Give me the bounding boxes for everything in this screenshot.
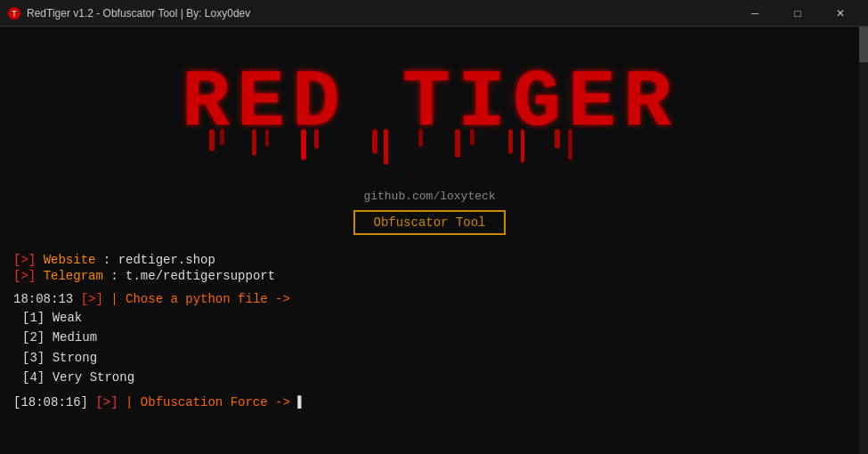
maximize-button[interactable]: □ (777, 0, 818, 27)
menu-label-4: Very Strong (53, 370, 134, 385)
svg-rect-17 (568, 129, 572, 160)
telegram-line: [>] Telegram : t.me/redtigersupport (13, 269, 846, 283)
menu-label-2: Medium (53, 330, 97, 345)
bracket-website: [>] (13, 253, 36, 267)
window-controls: ─ □ ✕ (734, 0, 861, 27)
menu-item-2: [2] Medium (22, 328, 846, 347)
telegram-sep: : (110, 269, 126, 283)
menu-list: [1] Weak [2] Medium [3] Strong [4] Very … (13, 308, 846, 388)
website-sep: : (103, 253, 118, 267)
svg-rect-14 (508, 129, 513, 154)
prompt1: [>] (81, 292, 103, 306)
close-button[interactable]: ✕ (820, 0, 861, 27)
svg-rect-7 (301, 129, 306, 160)
svg-rect-6 (265, 129, 269, 147)
svg-rect-10 (384, 129, 388, 165)
telegram-label-text: Telegram (44, 269, 103, 283)
obfuscation-force-line: [18:08:16] [>] | Obfuscation Force -> ▌ (13, 395, 846, 409)
chose-file-line: 18:08:13 [>] | Chose a python file -> (13, 292, 846, 306)
bracket-telegram: [>] (13, 269, 36, 283)
scrollbar[interactable] (859, 27, 868, 454)
red-tiger-logo: RED TIGER . . . . . (181, 45, 679, 182)
svg-rect-13 (470, 129, 475, 145)
menu-label-3: Strong (53, 351, 97, 365)
svg-rect-12 (455, 129, 460, 158)
terminal-output: [>] Website : redtiger.shop [>] Telegram… (0, 253, 859, 411)
logo-container: RED TIGER . . . . . (0, 45, 859, 182)
website-line: [>] Website : redtiger.shop (13, 253, 846, 267)
svg-rect-15 (521, 129, 524, 163)
svg-text:T: T (12, 10, 17, 20)
scrollbar-thumb[interactable] (859, 27, 868, 62)
svg-rect-11 (418, 129, 423, 147)
svg-rect-3 (209, 129, 215, 151)
menu-item-4: [4] Very Strong (22, 368, 846, 387)
title-bar: T RedTiger v1.2 - Obfuscator Tool | By: … (0, 0, 868, 27)
obfuscation-force-text: | Obfuscation Force -> (126, 395, 290, 409)
chose-file-text: | Chose a python file -> (110, 292, 290, 306)
app-icon: T (7, 6, 21, 20)
website-value: redtiger.shop (118, 253, 215, 267)
svg-rect-5 (252, 129, 256, 156)
window-title: RedTiger v1.2 - Obfuscator Tool | By: Lo… (27, 7, 250, 20)
website-label-text: Website (44, 253, 96, 267)
svg-text:. . . . . . . . . . . . . . . : . . . . . . . . . . . . . . . . . . (181, 163, 679, 177)
svg-rect-16 (555, 129, 560, 149)
time1: 18:08:13 (13, 292, 73, 306)
obfuscator-badge: Obfuscator Tool (353, 210, 505, 235)
svg-rect-4 (220, 129, 224, 145)
svg-rect-8 (314, 129, 319, 149)
title-bar-left: T RedTiger v1.2 - Obfuscator Tool | By: … (7, 6, 250, 20)
telegram-value: t.me/redtigersupport (126, 269, 275, 283)
cursor: ▌ (297, 395, 304, 409)
svg-rect-9 (372, 129, 377, 154)
menu-item-3: [3] Strong (22, 348, 846, 368)
prompt2: [>] (95, 395, 118, 409)
minimize-button[interactable]: ─ (734, 0, 775, 27)
github-link: github.com/loxyteck (363, 190, 495, 203)
menu-item-1: [1] Weak (22, 308, 846, 328)
main-content: RED TIGER . . . . . (0, 27, 859, 454)
menu-label-1: Weak (53, 311, 83, 325)
time2: [18:08:16] (13, 395, 88, 409)
